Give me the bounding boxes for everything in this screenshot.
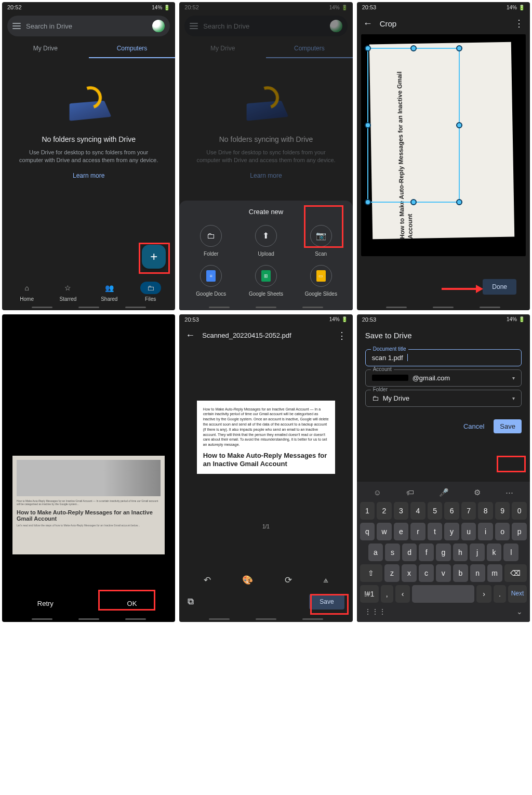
doc-heading: How to Make Auto-Reply Messages for an I… <box>203 452 329 468</box>
key-t[interactable]: t <box>428 523 443 540</box>
collapse-icon[interactable]: ⌄ <box>516 607 523 616</box>
palette-icon[interactable]: 🎨 <box>242 575 253 586</box>
account-value: @gmail.com▾ <box>372 374 515 382</box>
key-3[interactable]: 3 <box>394 502 409 520</box>
emoji-icon[interactable]: ☺ <box>374 488 381 497</box>
key-y[interactable]: y <box>444 523 459 540</box>
create-folder[interactable]: 🗀Folder <box>183 222 238 260</box>
search-bar[interactable]: Search in Drive <box>7 16 170 36</box>
key-7[interactable]: 7 <box>461 502 476 520</box>
key-p[interactable]: p <box>512 523 527 540</box>
home-icon: ⌂ <box>17 282 37 294</box>
key-c[interactable]: c <box>419 564 434 582</box>
key-6[interactable]: 6 <box>444 502 459 520</box>
key-v[interactable]: v <box>436 564 451 582</box>
learn-more-link[interactable]: Learn more <box>73 172 104 179</box>
tab-mydrive[interactable]: My Drive <box>2 39 89 58</box>
key-5[interactable]: 5 <box>428 502 443 520</box>
create-upload[interactable]: ⬆Upload <box>238 222 294 260</box>
key-2[interactable]: 2 <box>377 502 392 520</box>
nav-starred[interactable]: ☆Starred <box>47 282 88 302</box>
lang-key[interactable]: ‹ <box>395 585 410 603</box>
period-key[interactable]: . <box>494 585 506 603</box>
key-b[interactable]: b <box>453 564 468 582</box>
create-sheets[interactable]: ⊞Google Sheets <box>238 262 294 300</box>
screen-drive-empty: 20:52 14%🔋 Search in Drive My Drive Comp… <box>2 2 175 310</box>
key-a[interactable]: a <box>368 544 383 561</box>
save-button[interactable]: Save <box>494 419 522 433</box>
key-z[interactable]: z <box>384 564 400 582</box>
backspace-key[interactable]: ⌫ <box>504 564 527 582</box>
next-key[interactable]: Next <box>508 585 527 603</box>
key-i[interactable]: i <box>478 523 493 540</box>
key-g[interactable]: g <box>436 544 451 561</box>
key-r[interactable]: r <box>410 523 425 540</box>
key-e[interactable]: e <box>394 523 409 540</box>
more-icon[interactable]: ⋮ <box>337 330 347 341</box>
hamburger-icon[interactable] <box>12 23 21 29</box>
key-u[interactable]: u <box>461 523 476 540</box>
arrow-annotation <box>442 284 483 296</box>
arrow-key[interactable]: › <box>476 585 491 603</box>
account-label: Account <box>371 366 394 372</box>
cancel-button[interactable]: Cancel <box>457 419 490 433</box>
mic-icon[interactable]: 🎤 <box>439 488 449 497</box>
scanned-page: How to Make Auto-Reply Messages for an I… <box>197 401 336 474</box>
folder-value: 🗀My Drive▾ <box>372 394 515 402</box>
key-f[interactable]: f <box>419 544 434 561</box>
done-button[interactable]: Done <box>483 279 516 295</box>
comma-key[interactable]: , <box>381 585 393 603</box>
star-icon: ☆ <box>58 282 78 294</box>
grid-icon[interactable]: ⋮⋮⋮ <box>364 607 386 616</box>
rotate-icon[interactable]: ⟳ <box>285 575 292 586</box>
folder-field[interactable]: Folder 🗀My Drive▾ <box>365 390 522 407</box>
shift-key[interactable]: ⇧ <box>360 564 382 582</box>
key-s[interactable]: s <box>385 544 400 561</box>
folder-icon: 🗀 <box>140 282 161 294</box>
key-d[interactable]: d <box>402 544 417 561</box>
key-k[interactable]: k <box>487 544 502 561</box>
drive-icon: 🗀 <box>372 394 379 402</box>
title-value: scan 1.pdf <box>372 354 515 362</box>
nav-home[interactable]: ⌂Home <box>6 282 47 302</box>
key-l[interactable]: l <box>503 544 518 561</box>
save-header: Save to Drive <box>357 325 530 346</box>
key-w[interactable]: w <box>377 523 392 540</box>
key-n[interactable]: n <box>470 564 485 582</box>
key-x[interactable]: x <box>402 564 417 582</box>
create-docs[interactable]: ≡Google Docs <box>183 262 238 300</box>
key-m[interactable]: m <box>487 564 502 582</box>
key-4[interactable]: 4 <box>410 502 425 520</box>
space-key[interactable] <box>412 585 474 603</box>
tab-computers[interactable]: Computers <box>89 39 176 58</box>
key-1[interactable]: 1 <box>360 502 375 520</box>
nav-shared[interactable]: 👥Shared <box>89 282 130 302</box>
sticker-icon[interactable]: 🏷 <box>406 488 414 497</box>
key-q[interactable]: q <box>360 523 375 540</box>
document-title-field[interactable]: Document title scan 1.pdf <box>365 349 522 366</box>
kb-numbers: 1234567890 <box>359 500 528 521</box>
key-0[interactable]: 0 <box>512 502 527 520</box>
nav-files[interactable]: 🗀Files <box>130 282 171 302</box>
crop-canvas[interactable]: How to Make Auto-Reply Messages for an I… <box>361 34 526 256</box>
key-9[interactable]: 9 <box>495 502 510 520</box>
undo-icon[interactable]: ↶ <box>204 575 211 586</box>
crop-icon[interactable]: ⟁ <box>323 575 328 586</box>
retry-button[interactable]: Retry <box>2 600 89 607</box>
create-slides[interactable]: ▭Google Slides <box>294 262 349 300</box>
key-h[interactable]: h <box>453 544 468 561</box>
back-icon[interactable]: ← <box>363 18 373 29</box>
key-o[interactable]: o <box>495 523 510 540</box>
back-icon[interactable]: ← <box>185 330 195 341</box>
more-icon[interactable]: ⋮ <box>514 18 524 29</box>
symbols-key[interactable]: !#1 <box>360 585 379 603</box>
avatar[interactable] <box>152 20 165 32</box>
gear-icon[interactable]: ⚙ <box>474 488 481 497</box>
key-j[interactable]: j <box>470 544 485 561</box>
highlight-fab <box>139 243 170 274</box>
key-8[interactable]: 8 <box>478 502 493 520</box>
crop-frame[interactable] <box>367 48 460 203</box>
account-field[interactable]: Account @gmail.com▾ <box>365 369 522 387</box>
add-page-icon[interactable]: ⧉ <box>188 597 194 607</box>
more-keyboard-icon[interactable]: ⋯ <box>506 488 513 497</box>
